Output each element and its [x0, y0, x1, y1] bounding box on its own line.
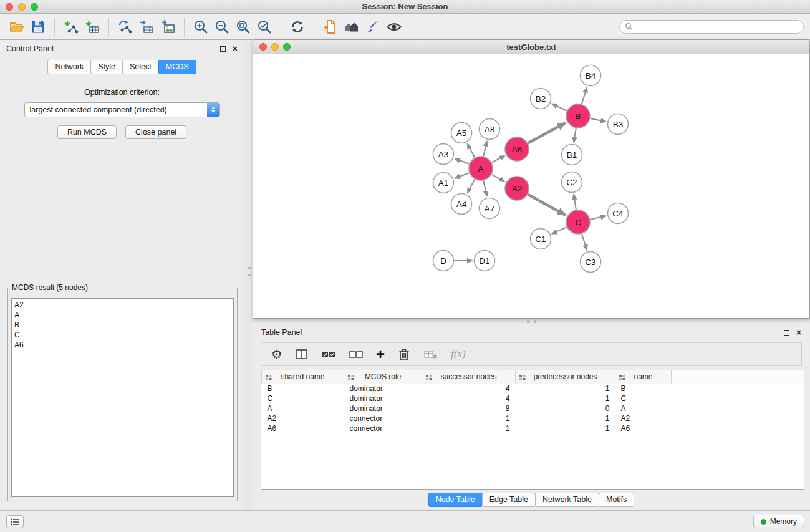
- zoom-window-button[interactable]: [31, 3, 38, 11]
- cell-MCDS-role[interactable]: dominator: [344, 384, 422, 394]
- cell-MCDS-role[interactable]: dominator: [344, 404, 422, 414]
- node-A7[interactable]: A7: [480, 198, 500, 219]
- tab-style[interactable]: Style: [90, 60, 123, 74]
- tab-network[interactable]: Network: [47, 60, 91, 74]
- select-all-button[interactable]: [321, 347, 336, 361]
- close-panel-icon[interactable]: ×: [233, 46, 238, 52]
- node-A8[interactable]: A8: [480, 119, 500, 140]
- cell-shared-name[interactable]: C: [262, 394, 344, 404]
- zoom-out-button[interactable]: [211, 16, 233, 37]
- mcds-result-item[interactable]: A: [14, 310, 231, 320]
- cell-MCDS-role[interactable]: dominator: [344, 394, 422, 404]
- graphics-details-button[interactable]: [383, 16, 405, 37]
- cell-successor-nodes[interactable]: 1: [422, 414, 516, 423]
- node-C2[interactable]: C2: [562, 172, 582, 193]
- table-tab-node-table[interactable]: Node Table: [428, 493, 483, 507]
- add-row-button[interactable]: +: [376, 347, 385, 361]
- zoom-in-button[interactable]: [190, 16, 211, 37]
- import-network-button[interactable]: [60, 16, 82, 37]
- table-row[interactable]: Cdominator41C: [262, 394, 804, 404]
- cell-successor-nodes[interactable]: 8: [422, 404, 516, 414]
- table-row[interactable]: Bdominator41B: [262, 384, 804, 394]
- cell-predecessor-nodes[interactable]: 1: [516, 384, 615, 394]
- cell-predecessor-nodes[interactable]: 0: [516, 404, 615, 414]
- cell-successor-nodes[interactable]: 4: [422, 384, 516, 394]
- node-B3[interactable]: B3: [608, 114, 629, 135]
- import-table-button[interactable]: [82, 16, 103, 37]
- splitter-handle[interactable]: [248, 267, 251, 276]
- mcds-result-item[interactable]: A2: [14, 300, 231, 310]
- zoom-selected-button[interactable]: [254, 16, 275, 37]
- refresh-layout-button[interactable]: [287, 16, 308, 37]
- cell-predecessor-nodes[interactable]: 1: [516, 423, 615, 433]
- edge-A6-B[interactable]: [528, 123, 566, 143]
- cell-shared-name[interactable]: A: [262, 404, 344, 414]
- cell-shared-name[interactable]: B: [262, 384, 344, 394]
- node-A6[interactable]: A6: [505, 137, 529, 161]
- mcds-result-item[interactable]: B: [14, 320, 231, 330]
- node-A2[interactable]: A2: [505, 177, 529, 200]
- edge-B-B3[interactable]: [591, 118, 606, 122]
- column-header-MCDS-role[interactable]: MCDS role: [344, 370, 422, 384]
- network-zoom-button[interactable]: [283, 43, 291, 51]
- table-tab-edge-table[interactable]: Edge Table: [482, 493, 536, 507]
- node-D1[interactable]: D1: [475, 251, 495, 271]
- home-button[interactable]: [341, 16, 362, 37]
- edge-A-A3[interactable]: [455, 158, 469, 164]
- node-C1[interactable]: C1: [531, 229, 551, 249]
- close-panel-icon[interactable]: ×: [796, 329, 801, 336]
- cell-successor-nodes[interactable]: 1: [422, 423, 516, 433]
- edge-A-A7[interactable]: [483, 181, 487, 197]
- run-mcds-button[interactable]: Run MCDS: [57, 125, 117, 139]
- delete-table-button[interactable]: [423, 347, 438, 361]
- table-row[interactable]: A2connector11A2: [262, 414, 804, 423]
- export-network-button[interactable]: [115, 16, 136, 37]
- edge-A-A1[interactable]: [455, 173, 469, 178]
- edge-A2-C[interactable]: [528, 195, 566, 215]
- edge-A-A2[interactable]: [492, 175, 505, 182]
- close-window-button[interactable]: [6, 3, 13, 11]
- node-B[interactable]: B: [566, 104, 590, 128]
- node-C[interactable]: C: [566, 210, 590, 234]
- edge-B-B1[interactable]: [574, 128, 576, 143]
- node-A3[interactable]: A3: [433, 144, 454, 165]
- column-header-predecessor-nodes[interactable]: predecessor nodes: [516, 370, 615, 384]
- node-A5[interactable]: A5: [451, 123, 472, 143]
- edge-C-C2[interactable]: [574, 194, 576, 210]
- network-close-button[interactable]: [259, 43, 267, 51]
- network-canvas[interactable]: B4B2BB3A8A5A6A3B1AC2A1A2A4A7C4CC1C3DD1: [253, 54, 809, 318]
- open-session-button[interactable]: [6, 16, 27, 37]
- splitter-handle[interactable]: [527, 320, 536, 323]
- export-image-button[interactable]: [157, 16, 178, 37]
- float-panel-icon[interactable]: [784, 330, 789, 336]
- table-tab-motifs[interactable]: Motifs: [599, 493, 634, 507]
- cell-predecessor-nodes[interactable]: 1: [516, 394, 615, 404]
- style-brush-button[interactable]: [362, 16, 383, 37]
- table-tab-network-table[interactable]: Network Table: [535, 493, 599, 507]
- edge-B-B4[interactable]: [582, 87, 587, 104]
- cell-name[interactable]: B: [615, 384, 672, 394]
- cell-predecessor-nodes[interactable]: 1: [516, 414, 615, 423]
- function-builder-button[interactable]: f(x): [451, 348, 466, 360]
- cell-shared-name[interactable]: A6: [262, 423, 344, 433]
- node-A1[interactable]: A1: [433, 173, 454, 193]
- cell-shared-name[interactable]: A2: [262, 414, 344, 423]
- cell-name[interactable]: A2: [615, 414, 672, 423]
- table-settings-button[interactable]: ⚙: [271, 347, 282, 361]
- edge-C-C4[interactable]: [591, 216, 607, 220]
- optimization-dropdown[interactable]: largest connected component (directed): [24, 102, 220, 117]
- float-panel-icon[interactable]: [220, 46, 226, 52]
- save-session-button[interactable]: [27, 16, 49, 37]
- edge-A-A5[interactable]: [467, 143, 475, 157]
- column-header-successor-nodes[interactable]: successor nodes: [422, 370, 516, 384]
- deselect-all-button[interactable]: [349, 347, 364, 361]
- table-row[interactable]: A6connector11A6: [262, 423, 804, 433]
- node-D[interactable]: D: [433, 251, 454, 271]
- node-B2[interactable]: B2: [531, 89, 551, 109]
- cell-MCDS-role[interactable]: connector: [344, 423, 422, 433]
- show-columns-button[interactable]: [295, 347, 309, 361]
- node-A4[interactable]: A4: [451, 194, 472, 215]
- node-A[interactable]: A: [469, 157, 493, 180]
- mcds-result-item[interactable]: C: [14, 330, 231, 340]
- column-header-shared-name[interactable]: shared name: [262, 370, 344, 384]
